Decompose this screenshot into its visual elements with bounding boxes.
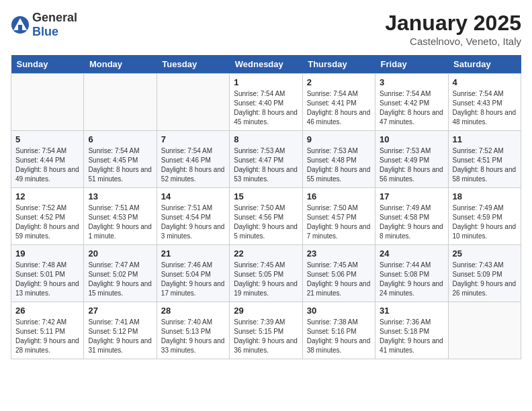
day-number: 24 [380,248,443,259]
calendar-cell: 9Sunrise: 7:53 AMSunset: 4:48 PMDaylight… [302,131,375,188]
calendar-cell [157,74,229,131]
day-info: Sunrise: 7:41 AMSunset: 5:12 PMDaylight:… [88,318,152,355]
day-info: Sunrise: 7:40 AMSunset: 5:13 PMDaylight:… [161,318,225,355]
weekday-header-wednesday: Wednesday [230,55,302,74]
calendar-cell: 8Sunrise: 7:53 AMSunset: 4:47 PMDaylight… [230,131,302,188]
calendar-cell: 3Sunrise: 7:54 AMSunset: 4:42 PMDaylight… [375,74,448,131]
day-info: Sunrise: 7:50 AMSunset: 4:56 PMDaylight:… [234,203,298,241]
day-number: 19 [15,248,79,259]
day-number: 5 [15,134,79,144]
day-number: 29 [234,306,298,316]
day-number: 27 [88,306,152,316]
day-number: 12 [15,191,79,201]
calendar-cell: 24Sunrise: 7:44 AMSunset: 5:08 PMDayligh… [375,245,448,302]
day-number: 8 [234,134,298,144]
calendar-cell: 4Sunrise: 7:54 AMSunset: 4:43 PMDaylight… [448,74,521,131]
day-number: 6 [88,134,152,144]
weekday-header-row: SundayMondayTuesdayWednesdayThursdayFrid… [11,55,521,74]
calendar-cell: 6Sunrise: 7:54 AMSunset: 4:45 PMDaylight… [84,131,157,188]
calendar-cell [84,74,157,131]
calendar-cell: 30Sunrise: 7:38 AMSunset: 5:16 PMDayligh… [302,302,375,359]
day-number: 22 [234,248,298,259]
logo-general: General [32,11,77,24]
weekday-header-saturday: Saturday [448,55,521,74]
day-number: 26 [15,306,79,316]
day-info: Sunrise: 7:52 AMSunset: 4:52 PMDaylight:… [15,203,79,241]
logo-blue: Blue [32,25,58,38]
day-number: 23 [307,248,371,259]
day-number: 10 [380,134,443,144]
calendar-cell [11,74,84,131]
calendar-cell: 27Sunrise: 7:41 AMSunset: 5:12 PMDayligh… [84,302,157,359]
day-number: 9 [307,134,371,144]
week-row-3: 12Sunrise: 7:52 AMSunset: 4:52 PMDayligh… [11,188,521,245]
logo-icon [11,15,30,34]
week-row-4: 19Sunrise: 7:48 AMSunset: 5:01 PMDayligh… [11,245,521,302]
day-number: 4 [453,77,517,87]
weekday-header-sunday: Sunday [11,55,84,74]
day-info: Sunrise: 7:43 AMSunset: 5:09 PMDaylight:… [453,261,517,298]
calendar-cell: 10Sunrise: 7:53 AMSunset: 4:49 PMDayligh… [375,131,448,188]
calendar-cell: 13Sunrise: 7:51 AMSunset: 4:53 PMDayligh… [84,188,157,245]
day-number: 31 [380,306,443,316]
calendar-cell: 26Sunrise: 7:42 AMSunset: 5:11 PMDayligh… [11,302,84,359]
day-number: 3 [380,77,443,87]
day-info: Sunrise: 7:45 AMSunset: 5:06 PMDaylight:… [307,261,371,298]
calendar-title: January 2025 [385,11,521,36]
day-number: 28 [161,306,225,316]
day-info: Sunrise: 7:36 AMSunset: 5:18 PMDaylight:… [380,318,443,355]
week-row-5: 26Sunrise: 7:42 AMSunset: 5:11 PMDayligh… [11,302,521,359]
calendar-subtitle: Castelnovo, Veneto, Italy [385,36,521,47]
day-number: 13 [88,191,152,201]
day-number: 11 [453,134,517,144]
day-info: Sunrise: 7:47 AMSunset: 5:02 PMDaylight:… [88,261,152,298]
day-info: Sunrise: 7:54 AMSunset: 4:44 PMDaylight:… [15,146,79,184]
calendar-cell: 16Sunrise: 7:50 AMSunset: 4:57 PMDayligh… [302,188,375,245]
calendar-cell: 11Sunrise: 7:52 AMSunset: 4:51 PMDayligh… [448,131,521,188]
day-info: Sunrise: 7:51 AMSunset: 4:53 PMDaylight:… [88,203,152,241]
calendar-cell: 22Sunrise: 7:45 AMSunset: 5:05 PMDayligh… [230,245,302,302]
day-number: 14 [161,191,225,201]
week-row-1: 1Sunrise: 7:54 AMSunset: 4:40 PMDaylight… [11,74,521,131]
calendar-cell: 21Sunrise: 7:46 AMSunset: 5:04 PMDayligh… [157,245,229,302]
weekday-header-friday: Friday [375,55,448,74]
calendar-cell: 31Sunrise: 7:36 AMSunset: 5:18 PMDayligh… [375,302,448,359]
svg-rect-2 [18,25,22,30]
calendar-cell: 15Sunrise: 7:50 AMSunset: 4:56 PMDayligh… [230,188,302,245]
day-info: Sunrise: 7:49 AMSunset: 4:58 PMDaylight:… [380,203,443,241]
day-info: Sunrise: 7:49 AMSunset: 4:59 PMDaylight:… [453,203,517,241]
day-info: Sunrise: 7:53 AMSunset: 4:48 PMDaylight:… [307,146,371,184]
title-block: January 2025 Castelnovo, Veneto, Italy [385,11,521,47]
day-number: 7 [161,134,225,144]
calendar-cell: 28Sunrise: 7:40 AMSunset: 5:13 PMDayligh… [157,302,229,359]
weekday-header-tuesday: Tuesday [157,55,229,74]
calendar-cell: 14Sunrise: 7:51 AMSunset: 4:54 PMDayligh… [157,188,229,245]
calendar-table: SundayMondayTuesdayWednesdayThursdayFrid… [11,55,521,359]
logo-text: General Blue [32,11,77,39]
weekday-header-monday: Monday [84,55,157,74]
day-number: 16 [307,191,371,201]
day-info: Sunrise: 7:54 AMSunset: 4:45 PMDaylight:… [88,146,152,184]
day-info: Sunrise: 7:54 AMSunset: 4:46 PMDaylight:… [161,146,225,184]
calendar-cell: 23Sunrise: 7:45 AMSunset: 5:06 PMDayligh… [302,245,375,302]
calendar-cell: 12Sunrise: 7:52 AMSunset: 4:52 PMDayligh… [11,188,84,245]
day-number: 1 [234,77,298,87]
day-info: Sunrise: 7:50 AMSunset: 4:57 PMDaylight:… [307,203,371,241]
page-header: General Blue January 2025 Castelnovo, Ve… [11,11,521,47]
weekday-header-thursday: Thursday [302,55,375,74]
day-info: Sunrise: 7:51 AMSunset: 4:54 PMDaylight:… [161,203,225,241]
calendar-cell: 18Sunrise: 7:49 AMSunset: 4:59 PMDayligh… [448,188,521,245]
day-info: Sunrise: 7:48 AMSunset: 5:01 PMDaylight:… [15,261,79,298]
calendar-cell: 7Sunrise: 7:54 AMSunset: 4:46 PMDaylight… [157,131,229,188]
calendar-cell: 25Sunrise: 7:43 AMSunset: 5:09 PMDayligh… [448,245,521,302]
day-info: Sunrise: 7:39 AMSunset: 5:15 PMDaylight:… [234,318,298,355]
logo: General Blue [11,11,77,39]
calendar-cell: 19Sunrise: 7:48 AMSunset: 5:01 PMDayligh… [11,245,84,302]
day-info: Sunrise: 7:45 AMSunset: 5:05 PMDaylight:… [234,261,298,298]
day-info: Sunrise: 7:53 AMSunset: 4:49 PMDaylight:… [380,146,443,184]
day-number: 15 [234,191,298,201]
day-number: 21 [161,248,225,259]
day-info: Sunrise: 7:54 AMSunset: 4:40 PMDaylight:… [234,89,298,127]
day-number: 2 [307,77,371,87]
calendar-cell: 1Sunrise: 7:54 AMSunset: 4:40 PMDaylight… [230,74,302,131]
